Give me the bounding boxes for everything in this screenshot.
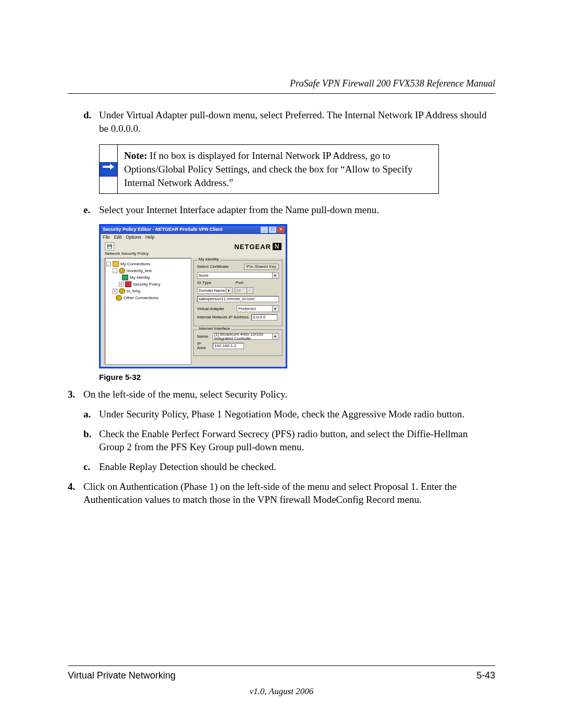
minimize-button[interactable]: _	[261, 227, 268, 233]
interface-name-select[interactable]: [1] Broadcom 440x 10/100 Integrated Cont…	[213, 333, 279, 340]
name-label: Name	[197, 335, 211, 339]
menu-options[interactable]: Options	[126, 235, 141, 240]
marker: c.	[83, 460, 99, 474]
ipaddr-input[interactable]: 192.168.1.2	[213, 343, 244, 349]
text: Under Virtual Adapter pull-down menu, se…	[99, 108, 495, 135]
screenshot-window: Security Policy Editor - NETGEAR ProSafe…	[99, 224, 287, 369]
save-icon[interactable]: 💾	[105, 242, 114, 251]
cert-select[interactable]: None	[197, 272, 279, 279]
list-item-3c: c. Enable Replay Detection should be che…	[83, 460, 495, 474]
menubar: File Edit Options Help	[101, 234, 286, 241]
policy-label: Network Security Policy	[101, 252, 286, 258]
window-title: Security Policy Editor - NETGEAR ProSafe…	[102, 227, 260, 232]
tree-conn1[interactable]: modecfg_test	[127, 269, 152, 273]
footer: Virtual Private Networking 5-43 v1.0, Au…	[68, 661, 495, 697]
note-label: Note:	[124, 150, 147, 161]
marker: e.	[83, 203, 99, 217]
marker: 4.	[68, 480, 83, 507]
text: On the left-side of the menu, select Sec…	[83, 388, 495, 401]
menu-help[interactable]: Help	[145, 235, 154, 240]
globe-icon	[119, 288, 125, 294]
netgear-logo-icon: N	[273, 243, 282, 250]
marker: b.	[83, 427, 99, 454]
marker: d.	[83, 108, 99, 135]
manual-title: ProSafe VPN Firewall 200 FVX538 Referenc…	[68, 78, 495, 89]
form-panel: My Identity Select Certificate Pre-Share…	[193, 258, 286, 367]
note-text: Note: If no box is displayed for Interna…	[118, 145, 438, 193]
text: Under Security Policy, Phase 1 Negotiati…	[99, 408, 495, 421]
id-type-select[interactable]: Domain Name	[197, 287, 232, 294]
titlebar: Security Policy Editor - NETGEAR ProSafe…	[101, 226, 286, 234]
close-button[interactable]: ×	[277, 227, 285, 233]
footer-rule	[68, 665, 495, 666]
list-item-3a: a. Under Security Policy, Phase 1 Negoti…	[83, 408, 495, 421]
tree-conn2[interactable]: to_fvhg	[127, 289, 140, 293]
list-item-d: d. Under Virtual Adapter pull-down menu,…	[83, 108, 495, 135]
maximize-button[interactable]: □	[269, 227, 276, 233]
figure-caption: Figure 5-32	[99, 373, 495, 381]
id-type-label: ID Type	[197, 281, 234, 285]
arrow-icon	[100, 162, 117, 177]
internal-ip-input[interactable]: 0.0.0.0	[251, 314, 277, 320]
text: Check the Enable Perfect Forward Secrecy…	[99, 427, 495, 454]
port-label: Port	[236, 281, 243, 285]
marker: a.	[83, 408, 99, 421]
footer-version: v1.0, August 2006	[68, 686, 495, 697]
text: Enable Replay Detection should be checke…	[99, 460, 495, 474]
tree-identity[interactable]: My Identity	[130, 276, 150, 280]
identity-fieldset: My Identity Select Certificate Pre-Share…	[193, 260, 283, 326]
security-icon	[125, 281, 131, 287]
interface-fieldset: Internet Interface Name [1] Broadcom 440…	[193, 329, 283, 356]
select-cert-label: Select Certificate	[197, 265, 228, 269]
list-item-4: 4. Click on Authentication (Phase 1) on …	[68, 480, 495, 507]
internal-ip-label: Internal Network IP Address	[197, 315, 249, 319]
virtual-adapter-label: Virtual Adapter	[197, 307, 235, 311]
marker: 3.	[68, 388, 83, 401]
globe-icon	[119, 268, 125, 274]
tree-security[interactable]: Security Policy	[133, 282, 160, 287]
folder-icon	[113, 261, 119, 267]
netgear-brand: NETGEAR N	[234, 243, 282, 250]
menu-edit[interactable]: Edit	[114, 235, 122, 240]
list-item-3b: b. Check the Enable Perfect Forward Secr…	[83, 427, 495, 454]
menu-file[interactable]: File	[103, 235, 110, 240]
footer-section: Virtual Private Networking	[68, 670, 176, 681]
list-item-3: 3. On the left-side of the menu, select …	[68, 388, 495, 401]
text: Click on Authentication (Phase 1) on the…	[83, 480, 495, 507]
page-number: 5-43	[476, 670, 495, 681]
list-item-e: e. Select your Internet Interface adapte…	[83, 203, 495, 217]
tree-root[interactable]: My Connections	[120, 262, 150, 266]
tree-other[interactable]: Other Connections	[124, 296, 158, 300]
id-icon	[122, 275, 128, 280]
globe-icon	[116, 295, 122, 301]
note-body: If no box is displayed for Internal Netw…	[124, 150, 413, 188]
ipaddr-label: IP Addr	[197, 342, 211, 350]
toolbar: 💾 NETGEAR N	[101, 240, 286, 252]
port-select: All	[235, 287, 253, 294]
header-rule	[68, 93, 495, 94]
domain-input[interactable]: salesperson11.remote_id.com	[197, 296, 279, 302]
note-box: Note: If no box is displayed for Interna…	[99, 144, 439, 194]
tree-panel[interactable]: -My Connections -modecfg_test My Identit…	[105, 258, 191, 365]
pre-shared-key-button[interactable]: Pre-Shared Key	[244, 264, 279, 270]
note-icon-cell	[100, 145, 118, 193]
text: Select your Internet Interface adapter f…	[99, 203, 495, 217]
identity-legend: My Identity	[197, 257, 221, 262]
interface-legend: Internet Interface	[197, 327, 231, 331]
virtual-adapter-select[interactable]: Preferred	[237, 305, 279, 312]
brand-text: NETGEAR	[234, 243, 271, 250]
